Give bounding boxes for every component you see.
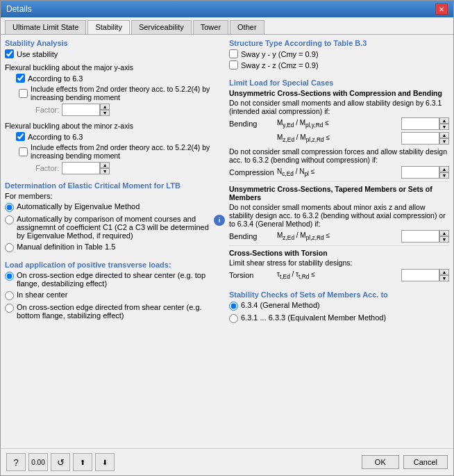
- help-button[interactable]: ?: [6, 453, 26, 471]
- radio-load1-label: On cross-section edge directed to shear …: [17, 271, 225, 288]
- sway-y-label: Sway y - y (Cmy = 0.9): [241, 50, 319, 58]
- unsymmetric-title: Unsymmetric Cross-Sections with Compress…: [229, 89, 449, 97]
- torsion-up-btn[interactable]: ▲: [439, 269, 449, 275]
- according-63-minor-checkbox[interactable]: [16, 132, 25, 141]
- radio-631-row: 6.3.1 ... 6.3.3 (Equivalent Member Metho…: [229, 313, 449, 323]
- bending1-input[interactable]: 1.000: [401, 117, 439, 130]
- radio-631[interactable]: [229, 314, 238, 323]
- tab-stability[interactable]: Stability: [87, 20, 130, 34]
- small-compression-text: Do not consider small compression forces…: [229, 147, 449, 164]
- radio-load3-label: On cross-section edge directed from shea…: [17, 303, 225, 320]
- bending3-label: Bending: [229, 232, 274, 240]
- include-2nd-minor-row: Include effects from 2nd order theory ac…: [19, 143, 225, 160]
- bending2-spinner: 1.000 ▲ ▼: [401, 132, 449, 145]
- ok-button[interactable]: OK: [362, 455, 399, 469]
- bending1-row: Bending My,Ed / Mpl,y,Rd ≤ 1.000 ▲ ▼: [229, 117, 449, 130]
- radio2-row: Automatically by comparison of moment co…: [5, 215, 225, 240]
- compression-row: Compression Nc,Ed / Npl ≤ 1.000 ▲ ▼: [229, 166, 449, 179]
- factor-minor-down-btn[interactable]: ▼: [100, 168, 110, 174]
- use-stability-label: Use stability: [17, 50, 58, 58]
- according-63-major-checkbox[interactable]: [16, 74, 25, 83]
- radio1-row: Automatically by Eigenvalue Method: [5, 202, 225, 212]
- radio2[interactable]: [5, 215, 14, 224]
- bending3-up-btn[interactable]: ▲: [439, 230, 449, 236]
- radio1[interactable]: [5, 203, 14, 212]
- factor-major-row: Factor: 1.150 ▲ ▼: [35, 104, 225, 116]
- bending1-up-btn[interactable]: ▲: [439, 117, 449, 124]
- bending2-input[interactable]: 1.000: [401, 132, 439, 145]
- factor-minor-label: Factor:: [35, 164, 59, 172]
- radio-load1[interactable]: [5, 272, 14, 281]
- bending2-down-btn[interactable]: ▼: [439, 138, 449, 145]
- title-bar: Details ✕: [1, 1, 453, 17]
- left-panel: Stability Analysis Use stability Flexura…: [5, 39, 225, 444]
- unsymmetric2-title: Unsymmetric Cross-Sections, Tapered Memb…: [229, 185, 449, 202]
- small-moments-text: Do not consider small moments and allow …: [229, 99, 449, 115]
- export-button[interactable]: ⬆: [73, 453, 92, 471]
- window-title: Details: [6, 4, 32, 14]
- refresh-button[interactable]: ↺: [51, 453, 70, 471]
- radio1-label: Automatically by Eigenvalue Method: [17, 202, 140, 211]
- torsion-down-btn[interactable]: ▼: [439, 275, 449, 281]
- include-2nd-major-row: Include effects from 2nd order theory ac…: [19, 85, 225, 101]
- limit-load-title: Limit Load for Special Cases: [229, 79, 449, 87]
- compression-input[interactable]: 1.000: [401, 166, 439, 179]
- factor-minor-input[interactable]: 1.150: [62, 162, 100, 174]
- factor-major-down-btn[interactable]: ▼: [100, 110, 110, 116]
- sway-z-row: Sway z - z (Cmz = 0.9): [229, 60, 449, 69]
- include-2nd-minor-checkbox[interactable]: [19, 147, 28, 156]
- close-button[interactable]: ✕: [435, 3, 448, 15]
- torsion-input[interactable]: 1.000: [401, 269, 439, 281]
- radio-load3[interactable]: [5, 304, 14, 313]
- radio-load2-row: In shear center: [5, 290, 225, 300]
- factor-major-up-btn[interactable]: ▲: [100, 104, 110, 110]
- factor-major-input[interactable]: 1.150: [62, 104, 100, 116]
- separator2: [229, 245, 449, 246]
- tab-serviceability[interactable]: Serviceability: [131, 20, 192, 34]
- bending3-formula: Mz,Ed / Mpl,z,Rd ≤: [277, 231, 398, 241]
- stability-checks-section: Stability Checks of Sets of Members Acc.…: [229, 290, 449, 326]
- use-stability-row: Use stability: [5, 49, 225, 58]
- bending2-up-btn[interactable]: ▲: [439, 132, 449, 138]
- import-button[interactable]: ⬇: [95, 453, 115, 471]
- radio-634-row: 6.3.4 (General Method): [229, 301, 449, 311]
- reset-button[interactable]: 0.00: [28, 453, 48, 471]
- radio3-row: Manual definition in Table 1.5: [5, 243, 225, 252]
- radio-load2[interactable]: [5, 291, 14, 300]
- bending3-row: Bending Mz,Ed / Mpl,z,Rd ≤ 1.000 ▲ ▼: [229, 230, 449, 243]
- flexural-minor-title: Flexural buckling about the minor z-axis: [5, 122, 225, 130]
- radio-634[interactable]: [229, 302, 238, 311]
- bending2-row: Mz,Ed / Mpl,z,Rd ≤ 1.000 ▲ ▼: [229, 132, 449, 145]
- bending1-down-btn[interactable]: ▼: [439, 124, 449, 130]
- factor-minor-spinner: 1.150 ▲ ▼: [62, 162, 110, 174]
- stability-analysis-title: Stability Analysis: [5, 39, 225, 47]
- according-63-major-label: According to 6.3: [28, 74, 83, 83]
- main-window: Details ✕ Ultimate Limit State Stability…: [0, 0, 454, 476]
- bending3-down-btn[interactable]: ▼: [439, 236, 449, 243]
- sway-z-checkbox[interactable]: [229, 60, 238, 69]
- use-stability-checkbox[interactable]: [5, 49, 14, 58]
- bending3-input[interactable]: 1.000: [401, 230, 439, 243]
- sway-y-checkbox[interactable]: [229, 49, 238, 58]
- separator1: [229, 181, 449, 182]
- load-application-title: Load application of positive transverse …: [5, 261, 225, 269]
- info-icon[interactable]: i: [214, 215, 225, 226]
- compression-up-btn[interactable]: ▲: [439, 166, 449, 172]
- include-2nd-major-checkbox[interactable]: [19, 89, 28, 98]
- tab-other[interactable]: Other: [230, 20, 264, 34]
- torsion-spinner: 1.000 ▲ ▼: [401, 269, 449, 281]
- according-63-minor-row: According to 6.3: [16, 132, 225, 141]
- tab-ultimate-limit-state[interactable]: Ultimate Limit State: [5, 20, 86, 34]
- factor-minor-up-btn[interactable]: ▲: [100, 162, 110, 168]
- cancel-button[interactable]: Cancel: [403, 455, 448, 469]
- bending1-spinner: 1.000 ▲ ▼: [401, 117, 449, 130]
- according-63-major-row: According to 6.3: [16, 74, 225, 83]
- sway-y-row: Sway y - y (Cmy = 0.9): [229, 49, 449, 58]
- radio3[interactable]: [5, 243, 14, 252]
- tab-tower[interactable]: Tower: [193, 20, 228, 34]
- stability-analysis-section: Stability Analysis Use stability: [5, 39, 225, 60]
- compression-down-btn[interactable]: ▼: [439, 172, 449, 179]
- radio3-label: Manual definition in Table 1.5: [17, 243, 115, 251]
- bending1-label: Bending: [229, 120, 274, 128]
- minor-axis-text: Do not consider small moments about mino…: [229, 203, 449, 228]
